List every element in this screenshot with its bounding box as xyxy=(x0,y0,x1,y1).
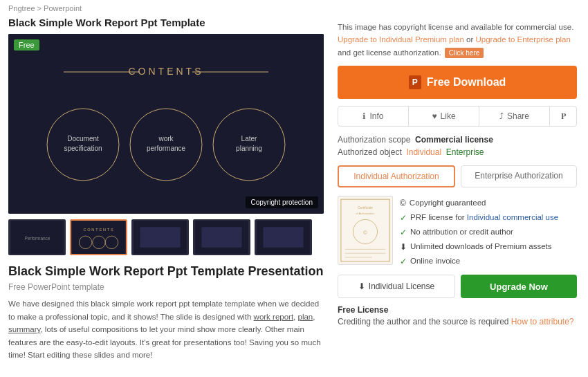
svg-text:Certificate: Certificate xyxy=(358,206,373,210)
right-panel: This image has copyright license and ava… xyxy=(332,17,588,369)
info-button[interactable]: ℹ Info xyxy=(338,107,409,126)
feature-no-attribution: ✓ No attribution or credit author xyxy=(400,228,577,237)
left-panel: Black Simple Work Report Ppt Template Fr… xyxy=(0,17,332,369)
info-icon: ℹ xyxy=(362,111,366,121)
thumbnail-3[interactable] xyxy=(131,219,189,255)
upgrade-individual-link[interactable]: Upgrade to Individual Premium plan xyxy=(338,35,464,44)
share-icon: ⤴ xyxy=(499,111,504,121)
check-icon-3: ✓ xyxy=(400,257,407,266)
auth-content: Certificate of Authorization © © Copyrig… xyxy=(338,196,577,266)
product-subtitle: Free PowerPoint template xyxy=(8,282,324,292)
description: We have designed this black simple work … xyxy=(8,297,324,361)
feature-prf: ✓ PRF license for Individual commercial … xyxy=(400,213,577,223)
plan-link[interactable]: plan xyxy=(298,313,313,321)
feature-copyright: © Copyright guaranteed xyxy=(400,199,577,208)
auth-scope: Authorization scope Commercial license xyxy=(338,135,577,145)
product-title: Black Simple Work Report Ppt Template Pr… xyxy=(8,264,324,279)
free-license-title: Free License xyxy=(338,305,577,315)
auth-enterprise-link[interactable]: Enterprise xyxy=(446,147,484,157)
pinterest-button[interactable]: 𝐏 xyxy=(550,107,576,126)
summary-link[interactable]: summary xyxy=(8,325,40,333)
download-button[interactable]: P Free Download xyxy=(338,66,577,99)
svg-rect-0 xyxy=(8,34,324,214)
upgrade-now-button[interactable]: Upgrade Now xyxy=(461,275,577,298)
share-button[interactable]: ⤴ Share xyxy=(479,107,550,126)
svg-text:of Authorization: of Authorization xyxy=(356,212,375,215)
ppt-icon: P xyxy=(409,75,421,89)
download-small-icon: ⬇ xyxy=(358,282,365,291)
upgrade-enterprise-link[interactable]: Upgrade to Enterprise plan xyxy=(475,35,570,44)
svg-text:Performance: Performance xyxy=(24,236,50,241)
feature-invoice: ✓ Online invoice xyxy=(400,257,577,266)
thumbnails: Performance CONTENTS xyxy=(8,219,324,255)
auth-scope-value: Commercial license xyxy=(415,135,493,145)
copyright-notice: This image has copyright license and ava… xyxy=(338,21,577,59)
action-bar: ℹ Info ♥ Like ⤴ Share 𝐏 xyxy=(338,106,577,127)
svg-text:planning: planning xyxy=(236,145,262,152)
auth-tabs: Individual Authorization Enterprise Auth… xyxy=(338,165,577,187)
license-buttons: ⬇ Individual License Upgrade Now xyxy=(338,275,577,298)
thumbnail-5[interactable] xyxy=(255,219,312,255)
click-here-link[interactable]: Click here xyxy=(445,48,484,58)
feature-unlimited: ⬇ Unlimited downloads of Premium assets xyxy=(400,242,577,252)
svg-text:CONTENTS: CONTENTS xyxy=(129,66,204,77)
copyright-badge: Copyright protection xyxy=(246,196,319,208)
check-icon-2: ✓ xyxy=(400,228,407,237)
breadcrumb: Pngtree > Powerpoint xyxy=(0,0,588,17)
auth-individual-link[interactable]: Individual xyxy=(406,147,441,157)
svg-text:work: work xyxy=(158,135,174,142)
svg-text:Document: Document xyxy=(67,135,99,142)
download-icon: ⬇ xyxy=(400,242,407,252)
main-image: Free CONTENTS Document specification wor… xyxy=(8,34,324,214)
svg-text:performance: performance xyxy=(147,145,186,152)
svg-text:specification: specification xyxy=(64,145,102,152)
thumbnail-4[interactable] xyxy=(193,219,250,255)
auth-certificate: Certificate of Authorization © xyxy=(338,196,393,265)
auth-features: © Copyright guaranteed ✓ PRF license for… xyxy=(400,196,577,266)
tab-enterprise-auth[interactable]: Enterprise Authorization xyxy=(461,165,577,187)
copyright-icon: © xyxy=(400,199,406,208)
work-report-link[interactable]: work report xyxy=(254,313,294,321)
auth-object: Authorized object Individual Enterprise xyxy=(338,147,577,157)
svg-text:©: © xyxy=(363,230,367,236)
main-image-svg: CONTENTS Document specification work per… xyxy=(8,34,324,214)
svg-text:Later: Later xyxy=(241,135,257,142)
tab-individual-auth[interactable]: Individual Authorization xyxy=(338,165,455,187)
check-icon-1: ✓ xyxy=(400,213,407,223)
page-title: Black Simple Work Report Ppt Template xyxy=(8,17,324,28)
thumbnail-1[interactable]: Performance xyxy=(8,219,66,255)
svg-rect-25 xyxy=(263,227,303,248)
pinterest-icon: 𝐏 xyxy=(561,111,566,121)
free-badge: Free xyxy=(14,39,39,50)
heart-icon: ♥ xyxy=(432,111,437,121)
like-button[interactable]: ♥ Like xyxy=(409,107,479,126)
thumbnail-2[interactable]: CONTENTS xyxy=(70,219,127,255)
svg-rect-21 xyxy=(140,227,180,248)
svg-rect-23 xyxy=(201,227,241,248)
individual-license-button[interactable]: ⬇ Individual License xyxy=(338,275,455,298)
download-label: Free Download xyxy=(427,76,506,89)
free-license-section: Free License Crediting the author and th… xyxy=(338,305,577,327)
svg-text:CONTENTS: CONTENTS xyxy=(83,228,114,232)
how-to-attribute-link[interactable]: How to attribute? xyxy=(511,317,574,327)
